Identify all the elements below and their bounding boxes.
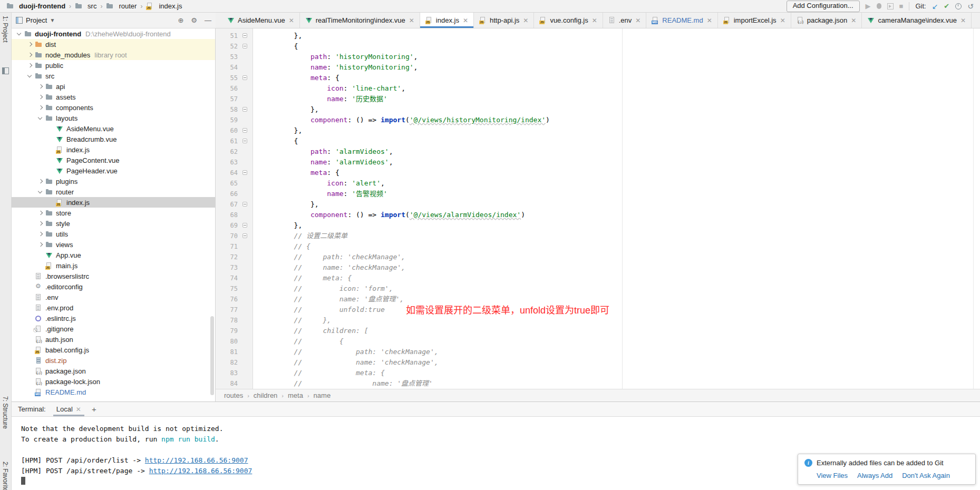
notification-action-always-add[interactable]: Always Add bbox=[857, 472, 892, 479]
terminal-link[interactable]: http://192.168.66.56:9007 bbox=[149, 467, 253, 475]
tab-.env[interactable]: .env✕ bbox=[603, 13, 647, 28]
close-icon[interactable]: ✕ bbox=[76, 406, 81, 413]
chevron-right-icon[interactable] bbox=[26, 41, 34, 48]
tool-stripe-structure-button[interactable]: 7: Structure bbox=[2, 396, 9, 429]
tree-item-node_modules[interactable]: node_moduleslibrary root bbox=[12, 50, 215, 60]
notification-action-don-t-ask-again[interactable]: Don't Ask Again bbox=[902, 472, 950, 479]
tree-item-utils[interactable]: utils bbox=[12, 229, 215, 239]
chevron-right-icon[interactable] bbox=[37, 220, 44, 227]
chevron-right-icon[interactable] bbox=[37, 104, 44, 111]
tab-package.json[interactable]: package.json✕ bbox=[791, 13, 862, 28]
tree-item-public[interactable]: public bbox=[12, 60, 215, 71]
fold-marker-icon[interactable] bbox=[242, 139, 247, 143]
tree-item-main.js[interactable]: main.js bbox=[12, 260, 215, 271]
add-configuration-button[interactable]: Add Configuration... bbox=[787, 1, 860, 12]
notification-action-view-files[interactable]: View Files bbox=[817, 472, 848, 479]
git-update-icon[interactable]: ↙ bbox=[932, 2, 938, 11]
tree-item-.env[interactable]: .env bbox=[12, 292, 215, 302]
project-tool-icon[interactable] bbox=[2, 67, 9, 74]
tree-item-router[interactable]: router bbox=[12, 187, 215, 197]
git-history-icon[interactable] bbox=[955, 3, 962, 9]
fold-marker-icon[interactable] bbox=[242, 107, 247, 112]
tab-vue.config.js[interactable]: vue.config.js✕ bbox=[534, 13, 603, 28]
fold-marker-icon[interactable] bbox=[242, 75, 247, 80]
close-icon[interactable]: ✕ bbox=[851, 17, 856, 24]
tree-item-babel.config.js[interactable]: babel.config.js bbox=[12, 345, 215, 355]
editor-breadcrumb-meta[interactable]: meta bbox=[288, 391, 303, 399]
run-with-coverage-icon[interactable] bbox=[887, 3, 894, 9]
close-icon[interactable]: ✕ bbox=[289, 17, 294, 24]
chevron-down-icon[interactable] bbox=[37, 188, 44, 195]
tree-item-dist.zip[interactable]: dist.zip bbox=[12, 355, 215, 366]
project-tree-scrollbar[interactable] bbox=[210, 316, 214, 395]
tree-item-package-lock.json[interactable]: package-lock.json bbox=[12, 376, 215, 387]
git-commit-icon[interactable]: ✔ bbox=[944, 2, 949, 10]
tree-item-AsideMenu.vue[interactable]: AsideMenu.vue bbox=[12, 123, 215, 134]
tree-item-PageContent.vue[interactable]: PageContent.vue bbox=[12, 155, 215, 165]
tree-item-PageHeader.vue[interactable]: PageHeader.vue bbox=[12, 165, 215, 176]
tree-item-.browserslistrc[interactable]: .browserslistrc bbox=[12, 271, 215, 281]
tree-item-.gitignore[interactable]: .gitignore bbox=[12, 324, 215, 334]
close-icon[interactable]: ✕ bbox=[635, 17, 641, 24]
chevron-down-icon[interactable] bbox=[26, 72, 34, 80]
tree-item-components[interactable]: components bbox=[12, 102, 215, 113]
tree-item-.env.prod[interactable]: .env.prod bbox=[12, 302, 215, 313]
close-icon[interactable]: ✕ bbox=[463, 17, 468, 24]
editor-breadcrumb-name[interactable]: name bbox=[314, 391, 331, 399]
breadcrumb-item-duoji-frontend[interactable]: duoji-frontend bbox=[6, 2, 65, 10]
tree-item-api[interactable]: api bbox=[12, 81, 215, 92]
tree-item-assets[interactable]: assets bbox=[12, 92, 215, 102]
editor-breadcrumb-routes[interactable]: routes bbox=[224, 391, 243, 399]
tree-item-Breadcrumb.vue[interactable]: Breadcrumb.vue bbox=[12, 134, 215, 144]
project-panel-title[interactable]: Project bbox=[26, 16, 47, 24]
chevron-right-icon[interactable] bbox=[26, 51, 34, 58]
new-terminal-session-icon[interactable]: + bbox=[92, 405, 96, 414]
tree-item-layouts[interactable]: layouts bbox=[12, 113, 215, 123]
close-icon[interactable]: ✕ bbox=[780, 17, 785, 24]
chevron-down-icon[interactable] bbox=[37, 114, 44, 122]
chevron-right-icon[interactable] bbox=[37, 178, 44, 185]
chevron-right-icon[interactable] bbox=[37, 93, 44, 101]
chevron-down-icon[interactable]: ▼ bbox=[50, 17, 55, 23]
breadcrumb-item-src[interactable]: src bbox=[75, 2, 96, 10]
close-icon[interactable]: ✕ bbox=[707, 17, 712, 24]
tab-realTimeMonitoring\index.vue[interactable]: realTimeMonitoring\index.vue✕ bbox=[300, 13, 420, 28]
tree-item-duoji-frontend[interactable]: duoji-frontendD:\zheheWeb\duoji-frontend bbox=[12, 28, 215, 39]
tree-item-style[interactable]: style bbox=[12, 218, 215, 229]
close-icon[interactable]: ✕ bbox=[960, 17, 966, 24]
hide-panel-icon[interactable]: — bbox=[205, 16, 211, 24]
terminal-tab-local[interactable]: Local ✕ bbox=[53, 402, 84, 416]
fold-marker-icon[interactable] bbox=[242, 44, 247, 48]
chevron-right-icon[interactable] bbox=[37, 230, 44, 238]
tree-item-store[interactable]: store bbox=[12, 208, 215, 218]
tree-item-dist[interactable]: dist bbox=[12, 39, 215, 50]
tree-item-plugins[interactable]: plugins bbox=[12, 176, 215, 187]
chevron-down-icon[interactable] bbox=[16, 30, 23, 37]
code-editor[interactable]: 51 },52 {53 path: 'historyMonitoring',54… bbox=[216, 28, 980, 389]
tool-stripe-favorites-button[interactable]: 2: Favorites bbox=[2, 462, 9, 490]
chevron-right-icon[interactable] bbox=[37, 241, 44, 248]
fold-marker-icon[interactable] bbox=[242, 223, 247, 228]
fold-marker-icon[interactable] bbox=[242, 202, 247, 207]
chevron-right-icon[interactable] bbox=[37, 209, 44, 217]
tree-item-index.js[interactable]: index.js bbox=[12, 197, 215, 208]
breadcrumb-item-router[interactable]: router bbox=[106, 2, 137, 10]
run-icon[interactable]: ▶ bbox=[866, 3, 871, 10]
tool-stripe-project-button[interactable]: 1: Project bbox=[2, 16, 9, 43]
tab-index.js[interactable]: index.js✕ bbox=[420, 13, 474, 28]
editor-breadcrumb-children[interactable]: children bbox=[254, 391, 278, 399]
fold-marker-icon[interactable] bbox=[242, 233, 247, 238]
close-icon[interactable]: ✕ bbox=[592, 17, 597, 24]
fold-marker-icon[interactable] bbox=[242, 33, 247, 38]
stop-icon[interactable]: ■ bbox=[899, 3, 904, 10]
debug-icon[interactable] bbox=[877, 3, 881, 9]
git-rollback-icon[interactable]: ↺ bbox=[967, 2, 974, 11]
close-icon[interactable]: ✕ bbox=[523, 17, 528, 24]
tab-README.md[interactable]: README.md✕ bbox=[646, 13, 717, 28]
gear-icon[interactable]: ⚙ bbox=[191, 16, 197, 24]
breadcrumb-item-index.js[interactable]: index.js bbox=[146, 2, 182, 10]
locate-file-icon[interactable]: ⊕ bbox=[178, 16, 183, 24]
chevron-right-icon[interactable] bbox=[26, 62, 34, 69]
tree-item-App.vue[interactable]: App.vue bbox=[12, 250, 215, 260]
tree-item-auth.json[interactable]: auth.json bbox=[12, 334, 215, 345]
